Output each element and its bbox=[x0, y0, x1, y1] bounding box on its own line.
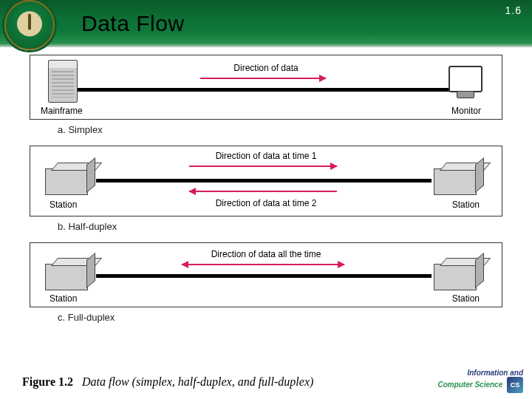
slide-header: Data Flow 1.6 bbox=[0, 0, 532, 47]
figure-number: Figure 1.2 bbox=[22, 375, 73, 388]
department-logo: Information and Computer Science CS bbox=[437, 369, 523, 394]
panel-half-caption: b. Half-duplex bbox=[58, 221, 505, 232]
figure-caption: Data flow (simplex, half-duplex, and ful… bbox=[82, 375, 313, 388]
simplex-arrow bbox=[200, 78, 326, 79]
footer-line-1: Information and bbox=[467, 369, 523, 377]
station-left-icon-2 bbox=[45, 264, 88, 290]
station-left-label-2: Station bbox=[50, 293, 77, 304]
panel-full-duplex: Station Direction of data all the time S… bbox=[30, 242, 502, 307]
monitor-label: Monitor bbox=[451, 106, 481, 116]
full-arrow-label: Direction of data all the time bbox=[211, 249, 321, 259]
simplex-link-line bbox=[78, 88, 449, 92]
mainframe-label: Mainframe bbox=[41, 106, 83, 116]
footer-line-2: Computer Science bbox=[437, 381, 502, 389]
full-arrow-both bbox=[182, 264, 344, 265]
figure-caption-line: Figure 1.2 Data flow (simplex, half-dupl… bbox=[22, 375, 313, 389]
university-logo bbox=[4, 0, 55, 50]
half-arrow-label-1: Direction of data at time 1 bbox=[216, 151, 317, 161]
panel-simplex-caption: a. Simplex bbox=[58, 124, 505, 135]
half-arrow-left bbox=[189, 191, 337, 192]
mainframe-icon bbox=[48, 60, 78, 103]
half-arrow-label-2: Direction of data at time 2 bbox=[216, 198, 317, 208]
station-right-label-2: Station bbox=[452, 293, 480, 304]
page-number: 1.6 bbox=[505, 4, 522, 16]
footer-badge: CS bbox=[507, 377, 523, 393]
panel-full-caption: c. Full-duplex bbox=[58, 312, 505, 323]
full-link-line bbox=[96, 274, 432, 278]
station-right-icon-2 bbox=[434, 264, 477, 290]
station-left-icon bbox=[45, 168, 88, 195]
monitor-icon bbox=[449, 66, 482, 92]
panel-half-duplex: Station Direction of data at time 1 Dire… bbox=[30, 146, 502, 216]
station-left-label: Station bbox=[50, 200, 77, 210]
simplex-arrow-label: Direction of data bbox=[233, 63, 298, 73]
station-right-label: Station bbox=[452, 200, 480, 210]
panel-simplex: Mainframe Direction of data Monitor bbox=[30, 55, 502, 120]
slide-content: Mainframe Direction of data Monitor a. S… bbox=[0, 47, 532, 323]
half-arrow-right bbox=[189, 166, 337, 167]
half-link-line bbox=[96, 179, 432, 183]
station-right-icon bbox=[434, 168, 477, 195]
slide-title: Data Flow bbox=[81, 11, 185, 36]
